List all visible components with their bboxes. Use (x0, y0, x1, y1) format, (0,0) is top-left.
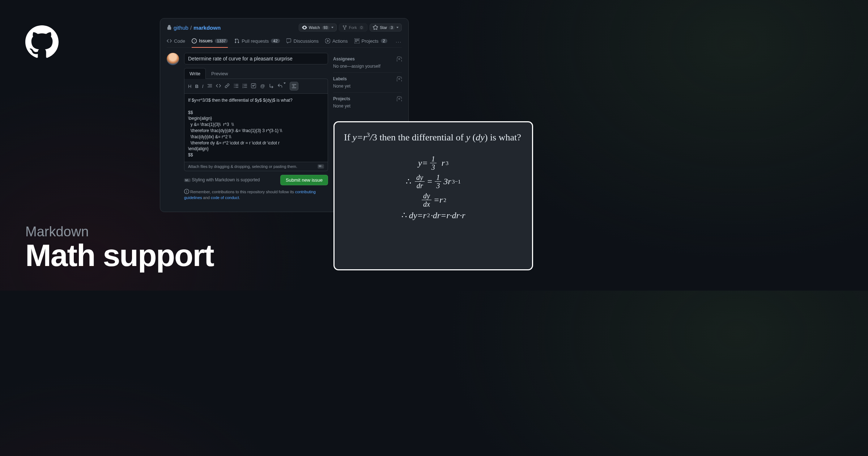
attach-hint[interactable]: Attach files by dragging & dropping, sel… (188, 164, 297, 169)
editor-toolbar: H B I @ (184, 79, 328, 93)
issue-title-input[interactable] (184, 53, 328, 64)
star-button[interactable]: Star 3 (370, 24, 402, 31)
tab-overflow-menu[interactable]: ··· (396, 39, 402, 45)
numbered-list-icon[interactable] (242, 83, 247, 89)
lock-icon (167, 25, 172, 30)
title-subheading: Markdown (25, 224, 214, 240)
fork-button[interactable]: Fork 0 (339, 24, 368, 31)
mention-icon[interactable]: @ (260, 83, 265, 89)
markdown-badge-icon: M↓ (318, 164, 324, 169)
code-of-conduct-link[interactable]: code of conduct (211, 195, 239, 200)
labels-value: None yet (333, 84, 402, 89)
code-icon (167, 38, 172, 43)
fork-icon (342, 25, 347, 30)
code-icon[interactable] (216, 83, 221, 89)
assignees-value[interactable]: No one—assign yourself (333, 64, 402, 69)
tab-actions[interactable]: Actions (325, 36, 348, 47)
cross-ref-icon[interactable] (269, 83, 274, 89)
breadcrumb-repo[interactable]: markdown (193, 25, 221, 31)
projects-value: None yet (333, 104, 402, 109)
breadcrumb: github / markdown (167, 25, 221, 31)
tab-issues[interactable]: Issues 1337 (192, 36, 228, 48)
assignees-label: Assignees (333, 56, 355, 62)
sigma-icon (292, 84, 297, 89)
feature-title: Markdown Math support (25, 224, 214, 271)
labels-label: Labels (333, 76, 347, 81)
bullet-list-icon[interactable] (234, 83, 239, 89)
issue-icon (192, 38, 197, 43)
avatar (167, 53, 179, 65)
task-list-icon[interactable] (251, 83, 256, 89)
tab-projects[interactable]: Projects 2 (354, 36, 387, 47)
info-icon (184, 189, 189, 194)
discussions-icon (286, 38, 292, 43)
math-formula-button[interactable] (290, 82, 298, 90)
tab-discussions[interactable]: Discussions (286, 36, 319, 47)
eye-icon (302, 25, 307, 30)
write-tab[interactable]: Write (184, 68, 206, 79)
github-logo-icon (25, 25, 59, 59)
submit-issue-button[interactable]: Submit new issue (280, 175, 328, 185)
chevron-down-icon (396, 27, 399, 28)
bold-icon[interactable]: B (195, 84, 198, 89)
tab-code[interactable]: Code (167, 36, 185, 47)
watch-button[interactable]: Watch 93 (299, 24, 337, 31)
star-icon (373, 25, 378, 30)
projects-label: Projects (333, 96, 350, 101)
gear-icon[interactable] (397, 56, 402, 62)
contribution-guidelines: Remember, contributions to this reposito… (184, 189, 328, 201)
gear-icon[interactable] (397, 96, 402, 101)
tab-pull-requests[interactable]: Pull requests 42 (234, 36, 280, 47)
rendered-math-preview: If y=r3/3 then the differential of y (dy… (333, 121, 533, 270)
markdown-badge-icon: M↓ (184, 178, 191, 182)
breadcrumb-owner[interactable]: github (174, 25, 188, 31)
repo-tabs: Code Issues 1337 Pull requests 42 Discus… (167, 36, 402, 48)
preview-tab[interactable]: Preview (206, 68, 233, 79)
title-main: Math support (25, 240, 214, 271)
italic-icon[interactable]: I (202, 84, 204, 89)
gear-icon[interactable] (397, 76, 402, 81)
quote-icon[interactable] (207, 83, 212, 89)
issue-body-textarea[interactable]: If $y=r^3/3$ then the differential of $y… (184, 93, 328, 162)
pull-request-icon (234, 38, 239, 43)
play-icon (325, 38, 330, 43)
link-icon[interactable] (225, 83, 230, 89)
reply-icon[interactable] (277, 83, 286, 89)
project-icon (354, 38, 359, 43)
chevron-down-icon (331, 27, 333, 28)
preview-question: If y=r3/3 then the differential of y (dy… (344, 130, 523, 145)
preview-math-block: y=13 r3 ∴dydr=133r3−1 dydx=r2 ∴dy=r2·dr=… (344, 155, 523, 220)
heading-icon[interactable]: H (188, 84, 191, 89)
